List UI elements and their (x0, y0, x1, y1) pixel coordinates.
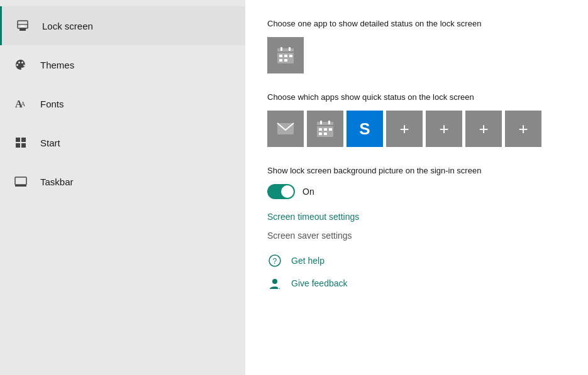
sign-in-toggle[interactable] (267, 184, 295, 199)
screen-saver-label: Screen saver settings (267, 231, 352, 241)
detailed-status-label: Choose one app to show detailed status o… (267, 19, 566, 28)
skype-letter: S (359, 119, 370, 139)
themes-icon (13, 57, 29, 73)
svg-rect-11 (15, 185, 26, 187)
svg-rect-1 (19, 28, 26, 31)
plus-icon-4: + (518, 119, 528, 139)
svg-rect-15 (289, 47, 291, 51)
give-feedback-row[interactable]: Give feedback (267, 276, 566, 291)
svg-rect-29 (319, 133, 322, 135)
calendar-icon-2 (316, 119, 335, 138)
get-help-label: Get help (291, 256, 325, 266)
quick-app-mail-button[interactable] (267, 111, 304, 147)
svg-rect-7 (21, 138, 26, 142)
sidebar-item-start[interactable]: Start (0, 123, 245, 162)
quick-app-add-button-4[interactable]: + (505, 111, 541, 147)
sidebar-item-lock-screen[interactable]: Lock screen (0, 6, 245, 45)
svg-rect-16 (279, 55, 282, 57)
svg-rect-26 (319, 128, 322, 131)
sidebar-label-start: Start (40, 138, 60, 148)
svg-rect-20 (284, 59, 287, 62)
taskbar-icon (13, 173, 29, 190)
svg-rect-6 (16, 138, 20, 142)
svg-point-33 (272, 279, 277, 284)
lock-screen-icon (14, 18, 31, 34)
get-help-row[interactable]: ? Get help (267, 253, 566, 268)
svg-rect-10 (15, 177, 26, 185)
sidebar-item-themes[interactable]: Themes (0, 45, 245, 84)
svg-rect-8 (16, 143, 20, 148)
svg-text:A: A (21, 101, 26, 107)
svg-rect-30 (324, 133, 327, 135)
plus-icon-3: + (479, 119, 488, 139)
svg-rect-3 (21, 25, 25, 27)
mail-icon (277, 120, 294, 138)
svg-rect-17 (284, 55, 287, 57)
detailed-app-calendar-button[interactable] (267, 37, 304, 73)
give-feedback-icon (267, 276, 282, 291)
svg-rect-28 (329, 128, 332, 131)
svg-rect-9 (21, 143, 26, 148)
detailed-status-section: Choose one app to show detailed status o… (267, 19, 566, 73)
sidebar-item-taskbar[interactable]: Taskbar (0, 162, 245, 201)
quick-app-add-button-2[interactable]: + (426, 111, 462, 147)
svg-rect-24 (320, 121, 322, 124)
toggle-row: On (267, 184, 566, 199)
screen-saver-link[interactable]: Screen saver settings (267, 231, 566, 241)
give-feedback-label: Give feedback (291, 278, 348, 288)
sidebar-label-themes: Themes (40, 60, 74, 70)
quick-app-add-button-3[interactable]: + (465, 111, 502, 147)
svg-rect-27 (324, 128, 327, 131)
screen-timeout-link[interactable]: Screen timeout settings (267, 212, 566, 222)
svg-rect-13 (277, 52, 294, 53)
fonts-icon: A A (13, 95, 29, 112)
quick-app-skype-button[interactable]: S (347, 111, 383, 147)
quick-status-label: Choose which apps show quick status on t… (267, 92, 566, 102)
quick-app-grid: S + + + + (267, 111, 566, 147)
plus-icon-1: + (399, 119, 409, 139)
sidebar-label-lock-screen: Lock screen (42, 21, 93, 31)
sidebar-label-taskbar: Taskbar (40, 177, 74, 187)
sign-in-section: Show lock screen background picture on t… (267, 166, 566, 199)
svg-rect-14 (280, 47, 282, 51)
sidebar: Lock screen Themes A A Fonts (0, 0, 245, 375)
svg-rect-18 (289, 55, 292, 57)
svg-text:?: ? (273, 257, 277, 266)
quick-app-calendar-button[interactable] (307, 111, 343, 147)
svg-rect-19 (279, 59, 282, 62)
sidebar-label-fonts: Fonts (40, 99, 64, 109)
start-icon (13, 134, 29, 151)
svg-rect-23 (317, 125, 333, 126)
calendar-icon (276, 46, 295, 65)
get-help-icon: ? (267, 253, 282, 268)
svg-rect-25 (328, 121, 330, 124)
sidebar-item-fonts[interactable]: A A Fonts (0, 84, 245, 123)
detailed-app-grid (267, 37, 566, 73)
quick-app-add-button-1[interactable]: + (386, 111, 423, 147)
toggle-state-label: On (302, 187, 314, 197)
quick-status-section: Choose which apps show quick status on t… (267, 92, 566, 147)
plus-icon-2: + (439, 119, 448, 139)
main-content: Choose one app to show detailed status o… (245, 0, 588, 375)
toggle-knob (281, 185, 294, 198)
sign-in-label: Show lock screen background picture on t… (267, 166, 566, 175)
